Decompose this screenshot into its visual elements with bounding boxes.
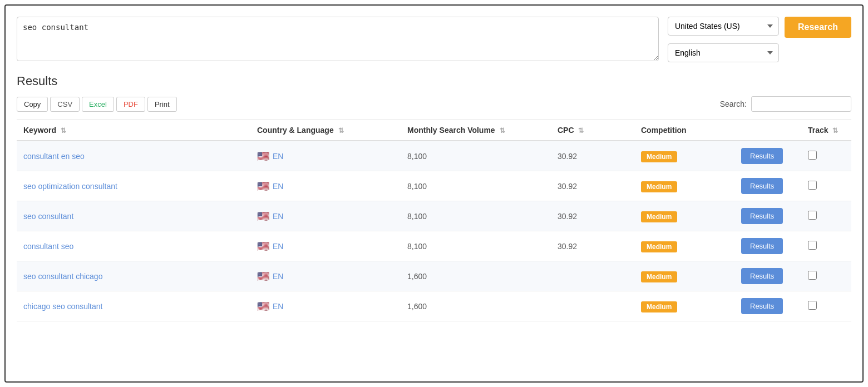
col-header-volume: Monthly Search Volume ⇅ <box>401 120 551 141</box>
flag-icon: 🇺🇸 <box>257 150 269 162</box>
keyword-input[interactable]: <span class="seo-underline">seo</span> c… <box>17 17 659 61</box>
cell-keyword: seo consultant chicago <box>17 261 250 291</box>
cell-competition: Medium <box>634 291 734 321</box>
competition-badge: Medium <box>641 151 677 162</box>
cell-results-btn: Results <box>734 231 801 261</box>
cell-results-btn: Results <box>734 141 801 171</box>
sort-icon-volume[interactable]: ⇅ <box>500 127 505 135</box>
sort-icon-keyword[interactable]: ⇅ <box>61 127 66 135</box>
track-checkbox[interactable] <box>808 211 817 220</box>
cell-competition: Medium <box>634 141 734 171</box>
table-row: seo consultant chicago 🇺🇸 EN 1,600 Mediu… <box>17 261 851 291</box>
excel-button[interactable]: Excel <box>82 97 114 112</box>
competition-badge: Medium <box>641 181 677 192</box>
col-header-country: Country & Language ⇅ <box>250 120 401 141</box>
competition-badge: Medium <box>641 211 677 222</box>
copy-button[interactable]: Copy <box>17 97 48 112</box>
cell-results-btn: Results <box>734 291 801 321</box>
track-checkbox[interactable] <box>808 271 817 280</box>
table-search-input[interactable] <box>751 96 851 112</box>
track-checkbox[interactable] <box>808 241 817 250</box>
table-header-row: Keyword ⇅ Country & Language ⇅ Monthly S… <box>17 120 851 141</box>
language-select[interactable]: English Spanish French German <box>668 43 779 62</box>
track-checkbox[interactable] <box>808 181 817 190</box>
cell-keyword: seo consultant <box>17 201 250 231</box>
csv-button[interactable]: CSV <box>50 97 80 112</box>
print-button[interactable]: Print <box>147 97 177 112</box>
cell-volume: 8,100 <box>401 141 551 171</box>
results-button[interactable]: Results <box>741 298 783 314</box>
cell-country: 🇺🇸 EN <box>250 141 401 171</box>
cell-results-btn: Results <box>734 261 801 291</box>
col-header-competition: Competition <box>634 120 734 141</box>
cell-cpc <box>551 261 634 291</box>
pdf-button[interactable]: PDF <box>116 97 145 112</box>
search-box-area: Search: <box>720 96 851 112</box>
top-controls-row: United States (US) United Kingdom (UK) C… <box>668 17 851 38</box>
sort-icon-cpc[interactable]: ⇅ <box>578 127 584 135</box>
cell-cpc: 30.92 <box>551 141 634 171</box>
cell-volume: 1,600 <box>401 291 551 321</box>
main-container: <span class="seo-underline">seo</span> c… <box>4 4 864 383</box>
lang-code: EN <box>273 272 283 281</box>
flag-icon: 🇺🇸 <box>257 180 269 192</box>
flag-icon: 🇺🇸 <box>257 240 269 252</box>
lang-code: EN <box>273 212 283 221</box>
cell-volume: 8,100 <box>401 171 551 201</box>
cell-cpc <box>551 291 634 321</box>
cell-country: 🇺🇸 EN <box>250 291 401 321</box>
lang-code: EN <box>273 152 283 161</box>
cell-country: 🇺🇸 EN <box>250 261 401 291</box>
results-button[interactable]: Results <box>741 148 783 164</box>
flag-icon: 🇺🇸 <box>257 300 269 312</box>
cell-volume: 8,100 <box>401 231 551 261</box>
lang-code: EN <box>273 242 283 251</box>
table-row: consultant seo 🇺🇸 EN 8,100 30.92 Medium … <box>17 231 851 261</box>
cell-results-btn: Results <box>734 201 801 231</box>
sort-icon-track[interactable]: ⇅ <box>832 127 838 135</box>
cell-competition: Medium <box>634 201 734 231</box>
results-button[interactable]: Results <box>741 208 783 224</box>
cell-competition: Medium <box>634 261 734 291</box>
table-row: seo optimization consultant 🇺🇸 EN 8,100 … <box>17 171 851 201</box>
col-header-cpc: CPC ⇅ <box>551 120 634 141</box>
cell-results-btn: Results <box>734 171 801 201</box>
sort-icon-country[interactable]: ⇅ <box>338 127 344 135</box>
cell-keyword: chicago seo consultant <box>17 291 250 321</box>
track-checkbox[interactable] <box>808 301 817 310</box>
col-header-results <box>734 120 801 141</box>
table-body: consultant en seo 🇺🇸 EN 8,100 30.92 Medi… <box>17 141 851 321</box>
search-area: <span class="seo-underline">seo</span> c… <box>17 17 659 63</box>
cell-cpc: 30.92 <box>551 201 634 231</box>
results-button[interactable]: Results <box>741 178 783 194</box>
toolbar: Copy CSV Excel PDF Print Search: <box>17 96 851 112</box>
cell-cpc: 30.92 <box>551 231 634 261</box>
table-row: consultant en seo 🇺🇸 EN 8,100 30.92 Medi… <box>17 141 851 171</box>
research-button[interactable]: Research <box>785 17 851 38</box>
flag-icon: 🇺🇸 <box>257 270 269 282</box>
results-title: Results <box>17 74 851 88</box>
competition-badge: Medium <box>641 241 677 252</box>
cell-track <box>801 231 851 261</box>
table-row: chicago seo consultant 🇺🇸 EN 1,600 Mediu… <box>17 291 851 321</box>
competition-badge: Medium <box>641 301 677 312</box>
cell-country: 🇺🇸 EN <box>250 231 401 261</box>
results-button[interactable]: Results <box>741 268 783 284</box>
controls-area: United States (US) United Kingdom (UK) C… <box>668 17 851 63</box>
cell-volume: 8,100 <box>401 201 551 231</box>
competition-badge: Medium <box>641 271 677 282</box>
flag-icon: 🇺🇸 <box>257 210 269 222</box>
cell-country: 🇺🇸 EN <box>250 171 401 201</box>
table-row: seo consultant 🇺🇸 EN 8,100 30.92 Medium … <box>17 201 851 231</box>
export-buttons: Copy CSV Excel PDF Print <box>17 97 177 112</box>
cell-competition: Medium <box>634 231 734 261</box>
cell-track <box>801 291 851 321</box>
results-button[interactable]: Results <box>741 238 783 254</box>
track-checkbox[interactable] <box>808 151 817 160</box>
col-header-keyword: Keyword ⇅ <box>17 120 250 141</box>
country-select[interactable]: United States (US) United Kingdom (UK) C… <box>668 17 779 36</box>
cell-track <box>801 171 851 201</box>
cell-cpc: 30.92 <box>551 171 634 201</box>
lang-code: EN <box>273 302 283 311</box>
cell-track <box>801 201 851 231</box>
